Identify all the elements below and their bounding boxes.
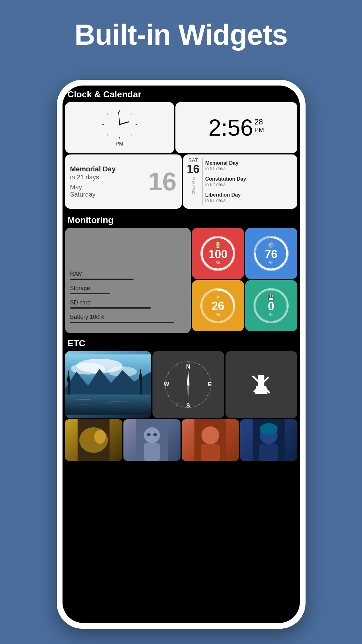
svg-point-61 bbox=[144, 427, 160, 443]
calendar-event-name: Memorial Day bbox=[70, 165, 116, 173]
analog-clock-ampm: PM bbox=[116, 141, 123, 147]
svg-point-7 bbox=[131, 135, 132, 136]
page-header: Built-in Widgets bbox=[0, 0, 362, 60]
photo-strip bbox=[63, 419, 300, 461]
monitoring-section: Monitoring RAM Storage SD card bbox=[63, 211, 300, 333]
sdcard-circle: 💾 0 % bbox=[254, 288, 289, 323]
etc-label: ETC bbox=[63, 334, 300, 351]
calendar-day-name: Saturday bbox=[70, 191, 116, 198]
svg-point-6 bbox=[107, 135, 108, 136]
cpu-circle: ⚙️ 76 % bbox=[254, 236, 289, 271]
svg-rect-62 bbox=[144, 443, 160, 461]
battery-circle: 🔋 100 % bbox=[200, 236, 235, 271]
calendar-events-list: Memorial Day in 21 days Constitution Day… bbox=[202, 158, 293, 206]
time-hours-minutes: 2:56 bbox=[209, 116, 253, 139]
svg-point-17 bbox=[255, 290, 287, 322]
clock-calendar-section: Clock & Calendar bbox=[63, 86, 300, 211]
event-2-name: Constitution Day bbox=[205, 176, 293, 182]
analog-clock-widget[interactable]: PM bbox=[65, 102, 174, 153]
time-seconds: 28 bbox=[255, 117, 264, 126]
digital-time-display: 2:56 28 PM bbox=[209, 116, 264, 139]
svg-point-12 bbox=[202, 237, 234, 269]
svg-text:W: W bbox=[164, 381, 169, 387]
time-ampm: PM bbox=[255, 126, 264, 134]
compass-svg: N S E W bbox=[163, 359, 214, 410]
etc-section: ETC bbox=[63, 334, 300, 461]
monitoring-bars-panel: RAM Storage SD card Battery 100% bbox=[65, 228, 191, 333]
sdcard-ring-svg bbox=[254, 288, 289, 323]
landscape-photo[interactable] bbox=[65, 351, 151, 418]
svg-point-1 bbox=[119, 137, 120, 139]
clock-calendar-label: Clock & Calendar bbox=[63, 86, 300, 102]
battery-label: Battery 100% bbox=[70, 314, 186, 320]
time-suffix: 28 PM bbox=[255, 117, 264, 134]
monitoring-label: Monitoring bbox=[63, 211, 300, 228]
calendar-right-header: SAT 16 2020 May bbox=[187, 158, 200, 206]
svg-point-4 bbox=[107, 114, 108, 115]
photo-thumb-1[interactable] bbox=[65, 419, 122, 461]
etc-grid: N S E W bbox=[63, 351, 300, 418]
battery-tile[interactable]: 🔋 100 % bbox=[192, 228, 244, 279]
sdcard-bar bbox=[70, 307, 151, 309]
svg-marker-49 bbox=[187, 370, 189, 386]
clock-face bbox=[100, 109, 139, 140]
ram-circle: ≡ 26 % bbox=[200, 288, 235, 323]
flashlight-tile[interactable] bbox=[225, 351, 297, 418]
monitoring-tiles: 🔋 100 % bbox=[192, 228, 297, 333]
calendar-left-text: Memorial Day in 21 days May Saturday bbox=[70, 165, 116, 198]
calendar-year-month: 2020 May bbox=[191, 176, 195, 194]
calendar-left-widget[interactable]: Memorial Day in 21 days May Saturday 16 bbox=[65, 154, 182, 209]
battery-monitor: Battery 100% bbox=[70, 314, 186, 323]
photo2-svg bbox=[123, 419, 181, 461]
event-3-name: Liberation Day bbox=[205, 192, 293, 198]
event-3-days: in 91 days bbox=[205, 198, 293, 203]
compass-tile[interactable]: N S E W bbox=[152, 351, 224, 418]
sdcard-monitor: SD card bbox=[70, 299, 186, 309]
svg-point-5 bbox=[131, 114, 132, 115]
ram-tile[interactable]: ≡ 26 % bbox=[192, 280, 244, 331]
cpu-tile[interactable]: ⚙️ 76 % bbox=[245, 228, 297, 279]
svg-point-63 bbox=[147, 433, 151, 436]
calendar-days-until: in 21 days bbox=[70, 174, 116, 181]
ram-ring-svg bbox=[200, 288, 235, 323]
svg-point-66 bbox=[201, 426, 219, 444]
flashlight-svg bbox=[248, 372, 274, 397]
storage-monitor: Storage bbox=[70, 285, 186, 294]
svg-point-3 bbox=[136, 124, 137, 125]
photo-thumb-3[interactable] bbox=[182, 419, 239, 461]
photo-thumb-4[interactable] bbox=[240, 419, 297, 461]
svg-text:E: E bbox=[208, 381, 212, 387]
screen-content: Clock & Calendar bbox=[63, 86, 300, 623]
digital-clock-widget[interactable]: 2:56 28 PM bbox=[175, 102, 297, 153]
photo-thumb-2[interactable] bbox=[123, 419, 181, 461]
calendar-row: Memorial Day in 21 days May Saturday 16 … bbox=[63, 154, 300, 209]
svg-marker-50 bbox=[187, 385, 189, 399]
phone-screen: Clock & Calendar bbox=[63, 86, 300, 623]
svg-rect-70 bbox=[259, 444, 278, 461]
ram-label: RAM bbox=[70, 271, 186, 277]
svg-rect-24 bbox=[65, 395, 151, 415]
page-title: Built-in Widgets bbox=[13, 19, 349, 51]
battery-bar bbox=[70, 322, 174, 323]
svg-line-8 bbox=[120, 122, 129, 124]
svg-text:S: S bbox=[186, 402, 190, 409]
calendar-right-widget[interactable]: SAT 16 2020 May Memorial Day in 21 days … bbox=[183, 154, 297, 209]
storage-label: Storage bbox=[70, 285, 186, 292]
clock-row: PM 2:56 28 PM bbox=[63, 102, 300, 153]
cal-event-2: Constitution Day in 62 days bbox=[205, 176, 293, 187]
clock-svg bbox=[100, 109, 139, 140]
calendar-day-number: 16 bbox=[148, 169, 177, 194]
event-1-days: in 21 days bbox=[205, 166, 293, 171]
battery-ring-svg bbox=[200, 236, 235, 271]
svg-point-2 bbox=[102, 124, 104, 125]
event-1-name: Memorial Day bbox=[205, 160, 293, 166]
cal-event-3: Liberation Day in 91 days bbox=[205, 192, 293, 203]
svg-point-0 bbox=[119, 110, 120, 112]
sdcard-tile[interactable]: 💾 0 % bbox=[245, 280, 297, 331]
svg-rect-67 bbox=[201, 444, 220, 461]
svg-rect-28 bbox=[68, 382, 70, 395]
photo3-svg bbox=[182, 419, 239, 461]
cal-event-1: Memorial Day in 21 days bbox=[205, 160, 293, 171]
landscape-scenery bbox=[65, 351, 151, 418]
svg-point-71 bbox=[260, 423, 277, 435]
